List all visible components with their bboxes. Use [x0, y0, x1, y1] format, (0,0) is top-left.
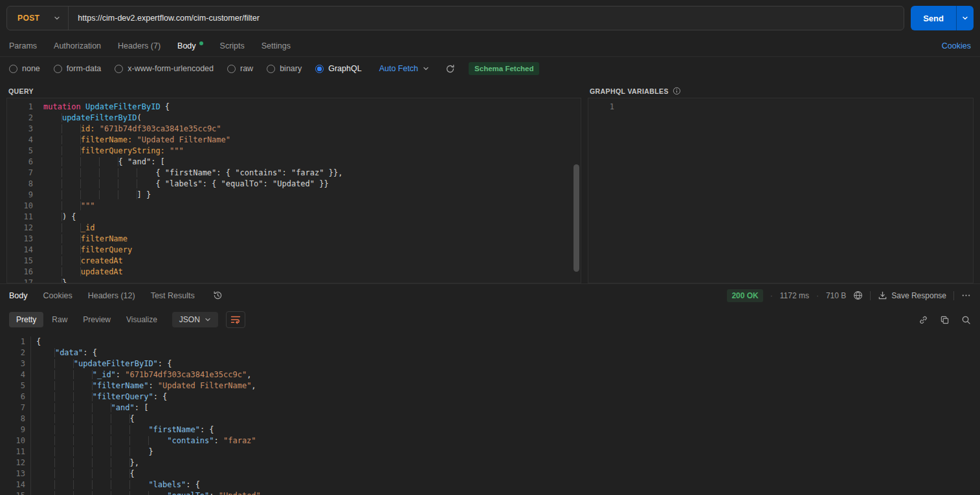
query-scrollbar[interactable]: [574, 164, 579, 272]
method-label: POST: [17, 14, 39, 23]
tab-body-label: Body: [177, 41, 196, 50]
radio-icon: [9, 65, 17, 73]
radio-icon: [227, 65, 236, 73]
body-modified-dot: [199, 41, 203, 45]
response-toolbar: Pretty Raw Preview Visualize JSON: [0, 307, 980, 333]
chevron-down-icon: [423, 65, 429, 72]
tab-headers[interactable]: Headers (7): [118, 41, 161, 50]
status-badge: 200 OK: [727, 289, 763, 302]
bodytype-label: form-data: [67, 64, 102, 73]
network-info-icon[interactable]: [853, 291, 863, 300]
separator-dot: [770, 291, 773, 300]
query-section-label: QUERY: [6, 82, 581, 98]
search-icon[interactable]: [961, 315, 971, 325]
bodytype-form-data[interactable]: form-data: [54, 64, 102, 73]
view-tab-preview[interactable]: Preview: [76, 312, 118, 327]
link-icon[interactable]: [919, 315, 928, 325]
radio-icon: [115, 65, 123, 73]
save-response-label: Save Response: [891, 291, 946, 300]
format-label: JSON: [179, 315, 200, 324]
radio-icon: [54, 65, 62, 73]
refresh-schema-icon[interactable]: [445, 64, 455, 74]
chevron-down-icon: [962, 15, 968, 21]
send-button-group: Send: [911, 6, 974, 30]
tab-scripts[interactable]: Scripts: [220, 41, 245, 50]
query-pane: QUERY 1mutation UpdateFilterByID {2 upda…: [6, 82, 581, 283]
download-icon: [878, 291, 887, 300]
request-tabs: Params Authorization Headers (7) Body Sc…: [0, 35, 980, 57]
view-tab-visualize[interactable]: Visualize: [119, 312, 164, 327]
wrap-lines-toggle[interactable]: [226, 311, 245, 328]
send-options-button[interactable]: [956, 6, 974, 30]
variables-code: 1: [588, 102, 973, 113]
request-url-bar: POST: [6, 6, 904, 30]
response-code: 1{2 "data": {3 "updateFilterByID": {4 "_…: [0, 336, 980, 495]
bodytype-label: raw: [240, 64, 253, 73]
bodytype-label: none: [22, 64, 40, 73]
variables-pane: GRAPHQL VARIABLES 1: [588, 82, 974, 283]
schema-status-badge: Schema Fetched: [469, 62, 539, 75]
separator-dot: [816, 291, 819, 300]
response-history-icon[interactable]: [213, 291, 223, 300]
send-button[interactable]: Send: [911, 6, 956, 30]
response-tab-test-results[interactable]: Test Results: [151, 291, 195, 300]
divider: [870, 291, 871, 300]
response-size: 710 B: [826, 291, 846, 300]
tab-authorization[interactable]: Authorization: [54, 41, 101, 50]
auto-fetch-label: Auto Fetch: [379, 64, 418, 73]
url-input[interactable]: [69, 6, 904, 30]
cookies-link[interactable]: Cookies: [942, 41, 971, 50]
wrap-lines-icon: [230, 315, 241, 324]
response-tab-body[interactable]: Body: [9, 291, 28, 300]
bodytype-label: GraphQL: [328, 64, 361, 73]
response-status-cluster: 200 OK 1172 ms 710 B Save Response: [727, 289, 971, 302]
radio-selected-icon: [315, 65, 324, 73]
graphql-variables-editor[interactable]: 1: [588, 98, 974, 283]
chevron-down-icon: [54, 15, 60, 21]
save-response-button[interactable]: Save Response: [878, 291, 946, 300]
chevron-down-icon: [205, 316, 211, 323]
bodytype-label: binary: [280, 64, 302, 73]
response-time: 1172 ms: [780, 291, 809, 300]
response-tab-headers[interactable]: Headers (12): [88, 291, 135, 300]
response-header: Body Cookies Headers (12) Test Results 2…: [0, 283, 980, 307]
variables-section-label: GRAPHQL VARIABLES: [588, 82, 974, 98]
tab-settings[interactable]: Settings: [262, 41, 291, 50]
response-action-icons: [919, 315, 971, 325]
tab-body[interactable]: Body: [177, 41, 203, 50]
info-icon: [673, 87, 681, 95]
bodytype-none[interactable]: none: [9, 64, 40, 73]
copy-icon[interactable]: [940, 315, 950, 325]
bodytype-x-www-form-urlencoded[interactable]: x-www-form-urlencoded: [115, 64, 214, 73]
bodytype-label: x-www-form-urlencoded: [128, 64, 214, 73]
query-title: QUERY: [8, 87, 34, 95]
radio-icon: [267, 65, 275, 73]
method-selector[interactable]: POST: [7, 6, 68, 30]
request-url-row: POST Send: [0, 0, 980, 35]
view-tab-raw[interactable]: Raw: [45, 312, 74, 327]
response-tab-cookies[interactable]: Cookies: [43, 291, 72, 300]
tab-params[interactable]: Params: [9, 41, 37, 50]
response-body-viewer[interactable]: 1{2 "data": {3 "updateFilterByID": {4 "_…: [0, 333, 980, 495]
body-type-row: none form-data x-www-form-urlencoded raw…: [0, 57, 980, 80]
bodytype-graphql[interactable]: GraphQL: [315, 64, 361, 73]
graphql-panes: QUERY 1mutation UpdateFilterByID {2 upda…: [0, 80, 980, 283]
auto-fetch-dropdown[interactable]: Auto Fetch: [379, 64, 429, 73]
query-code: 1mutation UpdateFilterByID {2 updateFilt…: [7, 102, 581, 283]
divider: [953, 291, 954, 300]
variables-title: GRAPHQL VARIABLES: [590, 87, 669, 95]
bodytype-binary[interactable]: binary: [267, 64, 302, 73]
more-options-icon[interactable]: [961, 291, 971, 300]
api-client-window: POST Send Params Authorization Headers (…: [0, 0, 980, 495]
graphql-query-editor[interactable]: 1mutation UpdateFilterByID {2 updateFilt…: [6, 98, 581, 283]
view-tab-pretty[interactable]: Pretty: [9, 312, 43, 327]
format-dropdown[interactable]: JSON: [172, 312, 218, 327]
bodytype-raw[interactable]: raw: [227, 64, 253, 73]
